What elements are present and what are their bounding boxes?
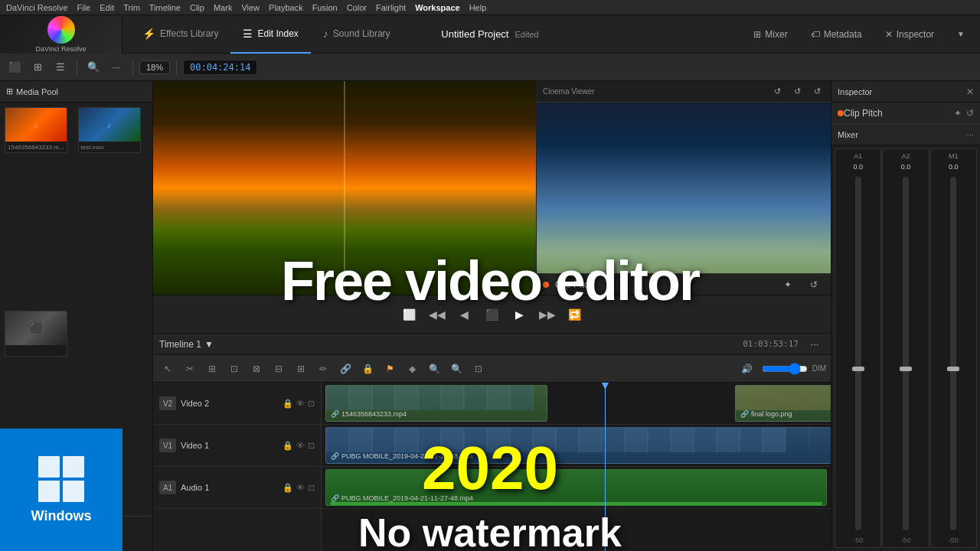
menu-workspace[interactable]: Workspace: [415, 3, 460, 12]
overwrite-tool[interactable]: ⊟: [269, 359, 289, 379]
arrow-left-left[interactable]: ◀◀: [426, 304, 448, 325]
blade-tool[interactable]: ✂: [180, 359, 200, 379]
volume-icon[interactable]: 🔊: [737, 359, 757, 379]
clip-pitch-dot-right: [838, 110, 844, 116]
menu-davinci[interactable]: DaVinci Resolve: [6, 3, 68, 12]
menu-trim[interactable]: Trim: [123, 3, 140, 12]
menu-clip[interactable]: Clip: [190, 3, 204, 12]
dynamic-trim[interactable]: ⊡: [224, 359, 244, 379]
zoom-in-tl[interactable]: 🔍: [424, 359, 444, 379]
lock-icon-v2[interactable]: 🔒: [283, 399, 293, 409]
trim-tool[interactable]: ⊞: [202, 359, 222, 379]
snapping-tool[interactable]: ✏: [313, 359, 333, 379]
stop-btn[interactable]: ⬛: [482, 304, 503, 325]
timecode-display[interactable]: 00:04:24:14: [183, 60, 257, 75]
expand-btn[interactable]: ▼: [949, 27, 972, 41]
viewer-left: [153, 81, 536, 295]
media-thumb-2[interactable]: ♪ test.mov: [78, 107, 141, 153]
tab-sound-library[interactable]: ♪ Sound Library: [311, 15, 403, 54]
refresh-btn-2[interactable]: ↺: [789, 84, 805, 99]
clip-v2-1[interactable]: 🔗 1546356843233.mp4: [325, 385, 547, 422]
menu-fusion[interactable]: Fusion: [312, 3, 338, 12]
eye-icon-a1[interactable]: 👁: [296, 483, 305, 493]
mute-icon-v2[interactable]: ⊡: [308, 399, 315, 409]
track-labels: V2 Video 2 🔒 👁 ⊡ V1 Video 1 🔒: [153, 383, 322, 551]
search-btn[interactable]: 🔍: [83, 57, 103, 77]
fader-handle-a1[interactable]: [852, 367, 864, 371]
menu-playback[interactable]: Playback: [269, 3, 303, 12]
lock-icon-a1[interactable]: 🔒: [283, 483, 293, 493]
mute-icon-a1[interactable]: ⊡: [308, 483, 315, 493]
inspector-tab[interactable]: ✕ Inspector: [877, 26, 942, 43]
volume-slider[interactable]: [762, 363, 808, 375]
menu-color[interactable]: Color: [347, 3, 367, 12]
fader-handle-m1[interactable]: [947, 367, 959, 371]
tab-buttons: ⚡ Effects Library ☰ Edit Index ♪ Sound L…: [122, 15, 746, 53]
clip-pitch-reset[interactable]: ↺: [803, 274, 825, 295]
refresh-btn-3[interactable]: ↺: [809, 84, 825, 99]
arrow-right[interactable]: ▶▶: [537, 304, 558, 325]
timeline-more-btn[interactable]: ···: [805, 334, 825, 354]
inspector-icon: ✕: [885, 29, 893, 40]
menu-fairlight[interactable]: Fairlight: [376, 3, 406, 12]
zoom-out-tl[interactable]: 🔍: [446, 359, 466, 379]
clip-v1[interactable]: 🔗 PUBG MOBILE_2019-04-21-11-27-48.mp4 ↩ …: [325, 427, 831, 464]
list-view-btn[interactable]: ☰: [51, 57, 70, 77]
lock-tool[interactable]: 🔒: [358, 359, 377, 379]
clip-v1-label: 🔗 PUBG MOBILE_2019-04-21-11-27-48.mp4: [331, 452, 473, 460]
transform-btn[interactable]: ⬜: [399, 304, 420, 325]
grid-view-btn[interactable]: ⊞: [28, 57, 47, 77]
fader-handle-a2[interactable]: [900, 367, 912, 371]
media-thumb-1[interactable]: ♪ 1546356843233.m...: [5, 107, 67, 153]
eye-icon-v2[interactable]: 👁: [296, 399, 305, 409]
metadata-icon: 🏷: [811, 29, 820, 40]
clip-pitch-star[interactable]: ✦: [777, 274, 799, 295]
flag-tool[interactable]: ⚑: [380, 359, 400, 379]
timeline-dropdown-icon[interactable]: ▼: [204, 339, 214, 350]
menu-bar: DaVinci Resolve File Edit Trim Timeline …: [0, 0, 980, 15]
insert-tool[interactable]: ⊠: [247, 359, 266, 379]
arrow-left[interactable]: ◀: [454, 304, 475, 325]
lock-icon-v1[interactable]: 🔒: [283, 441, 293, 451]
eye-icon-v1[interactable]: 👁: [296, 441, 305, 451]
reset-icon[interactable]: ↺: [966, 108, 974, 119]
frame: [510, 386, 533, 410]
mute-icon-v1[interactable]: ⊡: [308, 441, 315, 451]
more-btn[interactable]: ···: [106, 57, 126, 77]
clip-v2-2[interactable]: 🔗 final logo.png: [735, 385, 831, 422]
menu-edit[interactable]: Edit: [100, 3, 114, 12]
close-icon[interactable]: ✕: [966, 86, 974, 97]
refresh-btn-1[interactable]: ↺: [769, 84, 785, 99]
frame: [326, 386, 349, 410]
metadata-tab[interactable]: 🏷 Metadata: [803, 26, 870, 43]
tab-edit-index[interactable]: ☰ Edit Index: [230, 15, 310, 54]
marker-tool[interactable]: ◆: [402, 359, 422, 379]
menu-help[interactable]: Help: [469, 3, 487, 12]
star-icon[interactable]: ✦: [954, 108, 962, 119]
replace-tool[interactable]: ⊞: [291, 359, 311, 379]
media-thumb-3[interactable]: ⬛: [5, 311, 67, 357]
clip-a1[interactable]: 🔗 PUBG MOBILE_2019-04-21-11-27-48.mp4: [325, 469, 827, 506]
mixer-more-btn[interactable]: ···: [967, 130, 974, 139]
mixer-channel-m1: M1 0.0 -50: [930, 148, 977, 548]
loop-btn[interactable]: 🔁: [564, 304, 586, 325]
tab-effects-library[interactable]: ⚡ Effects Library: [130, 15, 230, 54]
play-btn[interactable]: ▶: [509, 304, 531, 325]
cursor-tool[interactable]: ↖: [158, 359, 178, 379]
link-tool[interactable]: 🔗: [335, 359, 355, 379]
monitor-icon[interactable]: ⬛: [5, 57, 24, 77]
menu-timeline[interactable]: Timeline: [149, 3, 181, 12]
playback-controls: ⬜ ◀◀ ◀ ⬛ ▶ ▶▶ 🔁: [153, 295, 831, 334]
menu-file[interactable]: File: [77, 3, 91, 12]
frame: [510, 428, 533, 452]
thumb-image-1: ♪: [5, 108, 67, 142]
menu-view[interactable]: View: [241, 3, 260, 12]
menu-mark[interactable]: Mark: [214, 3, 232, 12]
channel-db-m1: -50: [949, 536, 959, 544]
zoom-fit-tl[interactable]: ⊡: [469, 359, 488, 379]
track-row-v1: 🔗 PUBG MOBILE_2019-04-21-11-27-48.mp4 ↩ …: [322, 425, 831, 467]
track-name-v2: Video 2: [181, 399, 209, 408]
separator: [77, 60, 77, 75]
mixer-tab[interactable]: ⊞ Mixer: [746, 26, 795, 43]
zoom-level[interactable]: 18%: [139, 60, 170, 74]
